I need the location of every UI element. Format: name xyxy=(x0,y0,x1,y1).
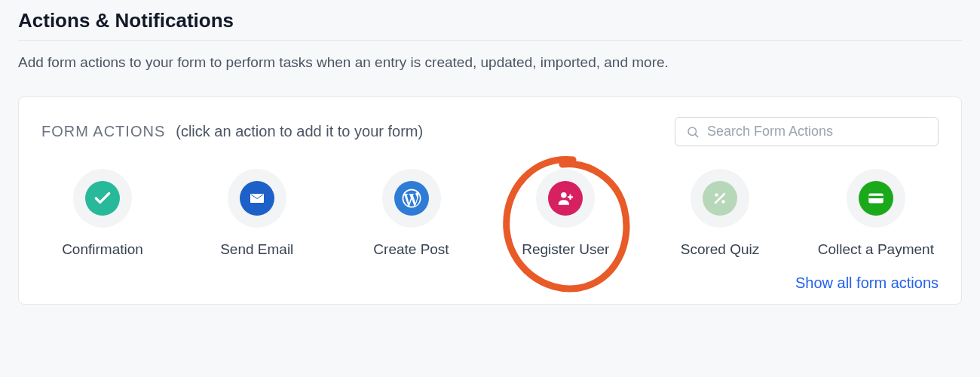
panel-hint: (click an action to add it to your form) xyxy=(176,123,423,140)
search-input[interactable] xyxy=(707,124,927,139)
card-icon xyxy=(859,181,893,216)
panel-label: FORM ACTIONS xyxy=(41,123,165,140)
actions-row: Confirmation Send Email Create Post xyxy=(41,169,939,258)
percent-icon xyxy=(703,181,737,216)
icon-bg xyxy=(228,169,286,228)
page-description: Add form actions to your form to perform… xyxy=(18,54,962,71)
page-title: Actions & Notifications xyxy=(18,9,962,41)
action-register-user[interactable]: Register User xyxy=(509,169,622,258)
action-label: Send Email xyxy=(220,241,293,258)
icon-bg xyxy=(382,169,441,228)
wordpress-icon xyxy=(394,181,429,216)
svg-point-4 xyxy=(715,193,718,196)
search-icon xyxy=(686,125,700,139)
icon-bg xyxy=(73,169,132,228)
show-all-link[interactable]: Show all form actions xyxy=(795,274,939,292)
icon-bg xyxy=(536,169,595,228)
search-box[interactable] xyxy=(675,117,939,146)
icon-bg xyxy=(691,169,749,228)
action-label: Register User xyxy=(522,241,609,258)
action-label: Scored Quiz xyxy=(681,241,760,258)
mail-icon xyxy=(240,181,274,216)
svg-point-2 xyxy=(561,192,567,198)
action-create-post[interactable]: Create Post xyxy=(355,169,468,258)
action-confirmation[interactable]: Confirmation xyxy=(46,169,159,258)
check-icon xyxy=(85,181,120,216)
action-label: Create Post xyxy=(373,241,449,258)
svg-point-5 xyxy=(721,200,724,203)
action-label: Confirmation xyxy=(62,241,143,258)
action-collect-payment[interactable]: Collect a Payment xyxy=(818,169,934,258)
user-add-icon xyxy=(548,181,583,216)
panel-header-left: FORM ACTIONS (click an action to add it … xyxy=(41,123,423,140)
svg-rect-7 xyxy=(868,196,884,198)
action-scored-quiz[interactable]: Scored Quiz xyxy=(663,169,776,258)
icon-bg xyxy=(847,169,905,228)
form-actions-panel: FORM ACTIONS (click an action to add it … xyxy=(18,97,962,305)
panel-footer: Show all form actions xyxy=(41,274,939,292)
action-send-email[interactable]: Send Email xyxy=(201,169,314,258)
svg-line-1 xyxy=(695,134,697,136)
action-label: Collect a Payment xyxy=(818,241,934,258)
panel-header: FORM ACTIONS (click an action to add it … xyxy=(41,117,939,146)
